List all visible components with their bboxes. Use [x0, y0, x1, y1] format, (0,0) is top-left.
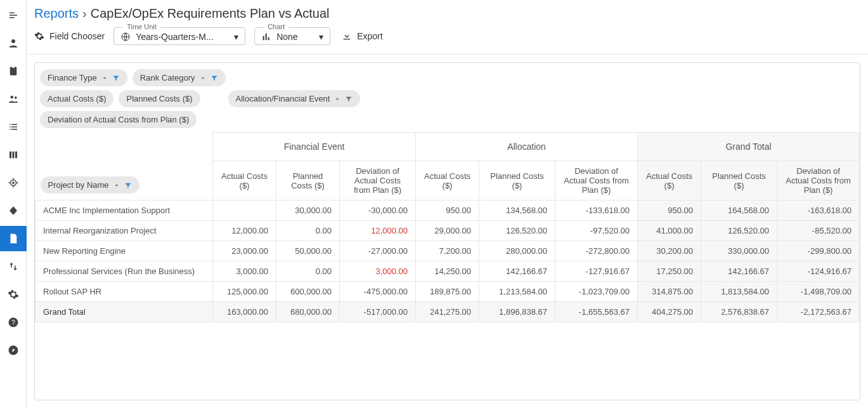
nav-diamond-icon[interactable] [0, 198, 27, 223]
value-cell: 126,520.00 [479, 221, 555, 241]
value-cell: 17,250.00 [638, 261, 701, 282]
col-group-financial-event[interactable]: Financial Event [213, 133, 416, 161]
chip-deviation-costs[interactable]: Deviation of Actual Costs from Plan ($) [40, 111, 197, 128]
svg-point-4 [12, 182, 13, 183]
value-cell: 14,250.00 [416, 261, 479, 282]
nav-document-icon[interactable] [0, 226, 27, 251]
sort-asc-icon [199, 74, 207, 82]
value-cell: -2,172,563.67 [777, 302, 860, 322]
nav-settings-icon[interactable] [0, 282, 27, 307]
col-header[interactable]: Planned Costs ($) [479, 161, 555, 201]
col-header[interactable]: Deviation of Actual Costs from Plan ($) [340, 161, 416, 201]
nav-user-icon[interactable] [0, 30, 27, 56]
nav-clipboard-icon[interactable] [0, 58, 27, 84]
col-header[interactable]: Deviation of Actual Costs from Plan ($) [555, 161, 638, 201]
grand-total-row: Grand Total163,000.00680,000.00-517,000.… [36, 302, 860, 322]
table-row: Internal Reorganization Project12,000.00… [36, 221, 860, 241]
bar-chart-icon [261, 32, 271, 42]
value-cell: 404,275.00 [638, 302, 701, 322]
value-cell: 280,000.00 [479, 241, 555, 261]
chip-finance-type[interactable]: Finance Type [40, 69, 127, 86]
nav-compass-icon[interactable] [0, 338, 27, 363]
filter-chip-row: Finance Type Rank Category [35, 63, 860, 90]
field-chooser-button[interactable]: Field Chooser [34, 31, 105, 41]
row-name-cell[interactable]: Rollout SAP HR [36, 282, 213, 302]
main-content: Reports › CapEx/OpEx Requirements Plan v… [27, 0, 868, 408]
value-cell: 126,520.00 [701, 221, 777, 241]
sort-asc-icon [101, 74, 108, 82]
chip-actual-costs[interactable]: Actual Costs ($) [40, 90, 113, 107]
export-button[interactable]: Export [339, 27, 385, 45]
filter-icon [211, 74, 218, 82]
value-cell: 12,000.00 [340, 221, 416, 241]
value-cell: -1,498,709.00 [777, 282, 860, 302]
field-chooser-label: Field Chooser [49, 31, 105, 41]
value-cell: 2,576,838.67 [701, 302, 777, 322]
row-name-cell[interactable]: Professional Services (Run the Business) [36, 261, 213, 282]
chip-rank-category[interactable]: Rank Category [133, 69, 226, 86]
chip-planned-costs[interactable]: Planned Costs ($) [119, 90, 200, 107]
col-header: Actual Costs ($) [638, 161, 701, 201]
value-cell: 0.00 [276, 221, 340, 241]
filter-icon [112, 74, 120, 82]
value-cell: -127,916.67 [555, 261, 638, 282]
breadcrumb: Reports › CapEx/OpEx Requirements Plan v… [27, 0, 868, 22]
value-cell: -1,023,709.00 [555, 282, 638, 302]
chart-label: Chart [264, 23, 288, 30]
chip-project-by-name[interactable]: Project by Name [41, 176, 139, 194]
row-name-cell[interactable]: Internal Reorganization Project [36, 221, 213, 241]
nav-transfer-icon[interactable] [0, 254, 27, 279]
col-group-allocation[interactable]: Allocation [416, 133, 638, 161]
row-name-cell[interactable]: New Reporting Engine [36, 241, 213, 261]
col-group-grand-total: Grand Total [638, 133, 860, 161]
nav-columns-icon[interactable] [0, 142, 27, 168]
chip-allocation-financial-event[interactable]: Allocation/Financial Event [228, 90, 361, 107]
time-unit-value: Years-Quarters-M... [136, 32, 213, 42]
sort-asc-icon [113, 181, 120, 189]
chart-select[interactable]: Chart None ▾ [254, 27, 330, 45]
value-cell: 12,000.00 [213, 221, 276, 241]
col-header[interactable]: Actual Costs ($) [416, 161, 479, 201]
nav-target-icon[interactable] [0, 170, 27, 195]
nav-list-icon[interactable] [0, 114, 27, 140]
table-row: New Reporting Engine23,000.0050,000.00-2… [36, 241, 860, 261]
value-cell: -27,000.00 [340, 241, 416, 261]
value-cell: 7,200.00 [416, 241, 479, 261]
export-label: Export [357, 31, 382, 41]
nav-team-icon[interactable] [0, 86, 27, 112]
value-cell: 314,875.00 [638, 282, 701, 302]
value-cell: 950.00 [416, 201, 479, 221]
col-header[interactable]: Planned Costs ($) [276, 161, 340, 201]
row-name-cell[interactable]: ACME Inc Implementation Support [36, 201, 213, 221]
value-cell: 1,813,584.00 [701, 282, 777, 302]
chevron-down-icon: ▾ [234, 32, 238, 42]
value-cell: 241,275.00 [416, 302, 479, 322]
value-cell: 950.00 [638, 201, 701, 221]
value-cell: 142,166.67 [479, 261, 555, 282]
time-unit-select[interactable]: Time Unit Years-Quarters-M... ▾ [113, 27, 245, 45]
value-cell: 41,000.00 [638, 221, 701, 241]
value-cell: -30,000.00 [340, 201, 416, 221]
col-header: Deviation of Actual Costs from Plan ($) [777, 161, 860, 201]
value-cell: 23,000.00 [213, 241, 276, 261]
value-cell: -1,655,563.67 [555, 302, 638, 322]
value-cell: -124,916.67 [777, 261, 860, 282]
download-icon [342, 31, 352, 41]
reports-link[interactable]: Reports [34, 6, 79, 21]
nav-collapse-icon[interactable] [0, 3, 27, 28]
col-header[interactable]: Actual Costs ($) [213, 161, 276, 201]
svg-point-2 [14, 96, 16, 99]
value-cell: 189,875.00 [416, 282, 479, 302]
chart-value: None [276, 32, 297, 42]
value-cell: -133,618.00 [555, 201, 638, 221]
grand-total-label: Grand Total [36, 302, 213, 322]
value-cell: 3,000.00 [213, 261, 276, 282]
table-row: Professional Services (Run the Business)… [36, 261, 860, 282]
value-cell: -299,800.00 [777, 241, 860, 261]
pivot-table: Project by Name Financial Event Allocati… [35, 132, 860, 322]
value-cell: 163,000.00 [213, 302, 276, 322]
value-cell: -97,520.00 [555, 221, 638, 241]
toolbar: Field Chooser Time Unit Years-Quarters-M… [27, 22, 868, 55]
value-cell: 330,000.00 [701, 241, 777, 261]
nav-help-icon[interactable]: ? [0, 310, 27, 335]
